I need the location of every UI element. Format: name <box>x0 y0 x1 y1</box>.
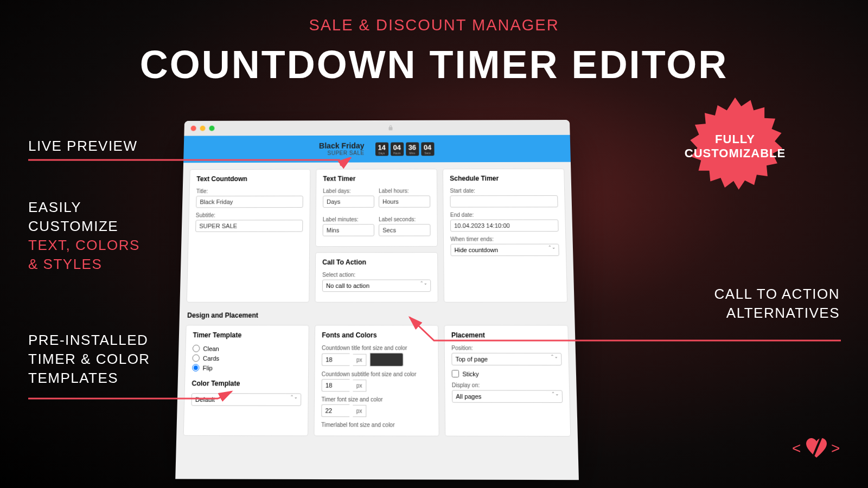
radio-clean[interactable]: Clean <box>193 345 302 352</box>
card-cta: Call To Action Select action: No call to… <box>315 252 438 303</box>
color-template-select[interactable]: Default <box>191 393 301 406</box>
card-text-countdown: Text Countdown Title: Subtitle: <box>187 169 311 303</box>
callout-customize: EASILY CUSTOMIZE TEXT, COLORS & STYLES <box>28 198 140 274</box>
card-text-timer: Text Timer Label days: Label hours: Labe… <box>315 169 438 247</box>
subtitle-font-size-input[interactable] <box>322 379 350 391</box>
cta-select[interactable]: No call to action <box>322 279 431 292</box>
title-label: Title: <box>196 188 303 194</box>
card-timer-template: Timer Template Clean Cards Flip Color Te… <box>183 325 309 436</box>
card-heading: Call To Action <box>322 258 431 266</box>
radio-cards[interactable]: Cards <box>192 355 302 362</box>
card-heading: Schedule Timer <box>450 175 557 182</box>
preview-title-block: Black Friday SUPER SALE <box>319 142 365 156</box>
maximize-icon[interactable] <box>209 126 214 131</box>
timer-font-size-input[interactable] <box>321 404 349 417</box>
color-template-heading: Color Template <box>192 380 301 388</box>
promo-subtitle: SALE & DISCOUNT MANAGER <box>0 0 868 34</box>
label-hours-input[interactable] <box>379 195 430 207</box>
title-color-swatch[interactable] <box>369 353 403 367</box>
start-date-input[interactable] <box>450 195 558 208</box>
subtitle-label: Subtitle: <box>196 212 303 218</box>
card-heading: Text Countdown <box>196 175 303 183</box>
preview-bar: Black Friday SUPER SALE 14Days 04Hours 3… <box>183 135 571 163</box>
editor-body: Text Countdown Title: Subtitle: Text Tim… <box>176 162 578 444</box>
subtitle-input[interactable] <box>195 220 303 232</box>
title-input[interactable] <box>196 196 303 208</box>
starburst-badge: FULLY CUSTOMIZABLE <box>684 95 787 198</box>
radio-flip[interactable]: Flip <box>192 364 302 371</box>
minimize-icon[interactable] <box>200 126 205 131</box>
promo-title: COUNTDOWN TIMER EDITOR <box>0 42 868 87</box>
card-placement: Placement Position: Top of page Sticky D… <box>444 325 571 436</box>
card-fonts-colors: Fonts and Colors Countdown title font si… <box>314 325 439 436</box>
svg-text:>: > <box>831 440 840 457</box>
display-on-select[interactable]: All pages <box>452 390 563 403</box>
title-font-size-input[interactable] <box>322 354 350 366</box>
when-ends-select[interactable]: Hide countdown <box>450 244 559 256</box>
label-seconds-input[interactable] <box>379 224 431 236</box>
sticky-checkbox[interactable]: Sticky <box>452 370 563 377</box>
browser-window: Black Friday SUPER SALE 14Days 04Hours 3… <box>175 120 579 480</box>
svg-text:<: < <box>792 440 801 457</box>
callout-templates: PRE-INSTALLED TIMER & COLOR TEMPLATES <box>28 331 150 388</box>
card-schedule: Schedule Timer Start date: End date: Whe… <box>443 169 567 303</box>
lock-icon <box>387 125 394 131</box>
card-heading: Fonts and Colors <box>322 331 431 339</box>
position-select[interactable]: Top of page <box>451 353 561 365</box>
flip-timer: 14Days 04Hours 36Mins 04Secs <box>375 142 435 156</box>
end-date-input[interactable] <box>450 220 559 232</box>
card-heading: Text Timer <box>323 175 430 182</box>
heart-logo-icon: < > <box>792 432 841 466</box>
callout-cta: CALL TO ACTION ALTERNATIVES <box>714 285 840 323</box>
label-days-input[interactable] <box>323 196 374 208</box>
label-minutes-input[interactable] <box>323 224 374 236</box>
section-heading-design: Design and Placement <box>186 308 568 319</box>
browser-chrome <box>184 120 570 136</box>
callout-live-preview: LIVE PREVIEW <box>28 137 138 156</box>
card-heading: Placement <box>451 331 561 339</box>
card-heading: Timer Template <box>193 331 302 339</box>
close-icon[interactable] <box>191 126 196 131</box>
